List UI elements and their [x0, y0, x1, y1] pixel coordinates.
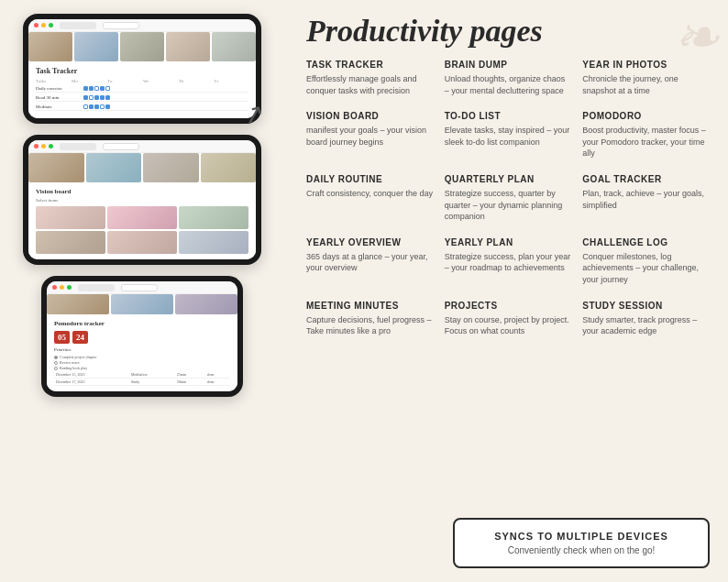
pm-focus-1: 25min: [175, 371, 205, 379]
feature-desc-6: Craft consistency, conquer the day: [306, 188, 434, 200]
row-checks-2: [83, 95, 248, 100]
feature-desc-5: Boost productivity, master focus – your …: [582, 125, 710, 159]
feature-title-13: PROJECTS: [445, 301, 572, 311]
pm-date-1: December 15, 2023: [54, 371, 129, 379]
feature-goal-tracker: GOAL TRACKER Plan, track, achieve – your…: [582, 170, 710, 226]
cta-title: SYNCS TO MULTIPLE DEVICES: [469, 531, 693, 542]
feature-title-6: DAILY ROUTINE: [306, 174, 434, 184]
feature-daily-routine: DAILY ROUTINE Craft consistency, conquer…: [306, 170, 434, 226]
feature-title-1: BRAIN DUMP: [445, 60, 572, 70]
pm-session-table: December 15, 2023 Meditation 25min done …: [54, 371, 230, 386]
feature-title-4: TO-DO LIST: [445, 111, 572, 121]
tab-5: [78, 284, 115, 291]
tablet-screen-3: Pomodoro tracker 05 24 Priorities Comple…: [47, 281, 237, 391]
page-title: Productivity pages: [306, 14, 710, 49]
pm-check-3: [54, 367, 58, 370]
window-dot-yellow-2: [41, 144, 46, 148]
pm-check-1: [54, 356, 58, 359]
pm-minutes: 05: [54, 331, 70, 344]
feature-task-tracker: TASK TRACKER Effortlessly manage goals a…: [306, 56, 434, 100]
col-tue: Tu: [107, 79, 141, 83]
vb-title: Vision board: [36, 188, 248, 195]
pm-title: Pomodoro tracker: [54, 320, 230, 327]
pm-photo-1: [47, 294, 109, 314]
tt-table: Tasks Mo Tu We Th Fr Daily exercise: [36, 79, 248, 111]
pm-dur-1: Meditation: [129, 371, 175, 379]
feature-yearly-overview: YEARLY OVERVIEW 365 days at a glance – y…: [306, 234, 434, 290]
feature-desc-7: Strategize success, quarter by quarter –…: [445, 188, 572, 223]
feature-desc-1: Unload thoughts, organize chaos – your m…: [445, 73, 572, 96]
vb-cell-6: [179, 231, 248, 254]
tt-table-header: Tasks Mo Tu We Th Fr: [36, 79, 248, 83]
pm-priorities-label: Priorities: [54, 347, 230, 352]
row-label-1: Daily exercise: [36, 86, 82, 91]
pm-seconds: 24: [72, 331, 88, 344]
features-grid: TASK TRACKER Effortlessly manage goals a…: [306, 56, 710, 341]
feature-title-9: YEARLY OVERVIEW: [306, 237, 434, 247]
feature-desc-0: Effortlessly manage goals and conquer ta…: [306, 73, 434, 96]
tab-6: [121, 284, 158, 291]
title-part1: Productivity: [306, 14, 462, 48]
col-thu: Th: [179, 79, 213, 83]
row-label-3: Meditate: [36, 104, 82, 109]
pm-table-row-2: December 17, 2023 Study 50min done: [54, 379, 230, 386]
vb-photo-4: [201, 153, 257, 182]
photo-4: [166, 32, 210, 61]
check-11: [83, 104, 88, 109]
pm-photo-2: [111, 294, 173, 314]
window-dot-red-3: [52, 285, 57, 290]
window-dot-yellow: [41, 23, 46, 27]
tablet-screen-2: Vision board Select items: [28, 140, 256, 259]
window-dot-green: [49, 23, 53, 27]
check-15: [105, 104, 110, 109]
tt-row-1: Daily exercise: [36, 85, 248, 93]
feature-meeting: MEETING MINUTES Capture decisions, fuel …: [306, 297, 434, 341]
left-panel: Task Tracker Tasks Mo Tu We Th Fr Daily …: [0, 0, 284, 582]
feature-title-5: POMODORO: [582, 111, 710, 121]
pm-status-1: done: [205, 371, 230, 379]
cta-desc: Conveniently check when on the go!: [469, 545, 693, 555]
feature-title-3: VISION BOARD: [306, 111, 434, 121]
feature-desc-4: Elevate tasks, stay inspired – your slee…: [445, 125, 572, 148]
pm-table-row-1: December 15, 2023 Meditation 25min done: [54, 371, 230, 379]
feature-title-12: MEETING MINUTES: [306, 301, 434, 311]
check-14: [100, 104, 105, 109]
col-fri: Fr: [215, 79, 248, 83]
check-5: [105, 86, 110, 91]
tt-title: Task Tracker: [36, 67, 248, 75]
decorative-swirl: ❧: [673, 5, 719, 70]
cta-box: SYNCS TO MULTIPLE DEVICES Conveniently c…: [453, 518, 710, 568]
feature-desc-11: Conquer milestones, log achievements – y…: [582, 251, 710, 286]
pm-text-3: Reading book play: [60, 366, 87, 370]
feature-title-8: GOAL TRACKER: [582, 174, 710, 184]
vb-photo-3: [143, 153, 199, 182]
pm-item-3: Reading book play: [54, 366, 230, 370]
window-dot-green-2: [49, 144, 53, 148]
feature-challenge-log: CHALLENGE LOG Conquer milestones, log ac…: [582, 234, 710, 290]
vb-cell-5: [107, 231, 177, 254]
col-task: Tasks: [36, 79, 70, 83]
check-1: [83, 86, 88, 91]
check-13: [94, 104, 99, 109]
pm-text-2: Review notes: [60, 360, 80, 365]
feature-title-14: STUDY SESSION: [582, 301, 710, 311]
pm-date-2: December 17, 2023: [54, 379, 129, 386]
pm-photo-3: [175, 294, 237, 314]
photos-strip-tt: [28, 32, 256, 61]
feature-desc-13: Stay on course, project by project. Focu…: [445, 314, 572, 337]
check-10: [105, 95, 110, 100]
vb-cell-4: [36, 231, 105, 254]
feature-vision-board: VISION BOARD manifest your goals – your …: [306, 107, 434, 163]
vb-cell-3: [179, 206, 248, 229]
tt-row-2: Read 30 min: [36, 94, 248, 102]
feature-desc-3: manifest your goals – your vision board …: [306, 125, 434, 148]
tablet-task-tracker: Task Tracker Tasks Mo Tu We Th Fr Daily …: [23, 14, 261, 124]
window-dot-red: [34, 23, 39, 27]
row-checks-3: [83, 104, 248, 109]
photo-3: [120, 32, 164, 61]
feature-desc-9: 365 days at a glance – your year, your o…: [306, 251, 434, 274]
photo-2: [74, 32, 118, 61]
feature-desc-2: Chronicle the journey, one snapshot at a…: [582, 73, 710, 96]
check-4: [100, 86, 105, 91]
check-12: [89, 104, 94, 109]
